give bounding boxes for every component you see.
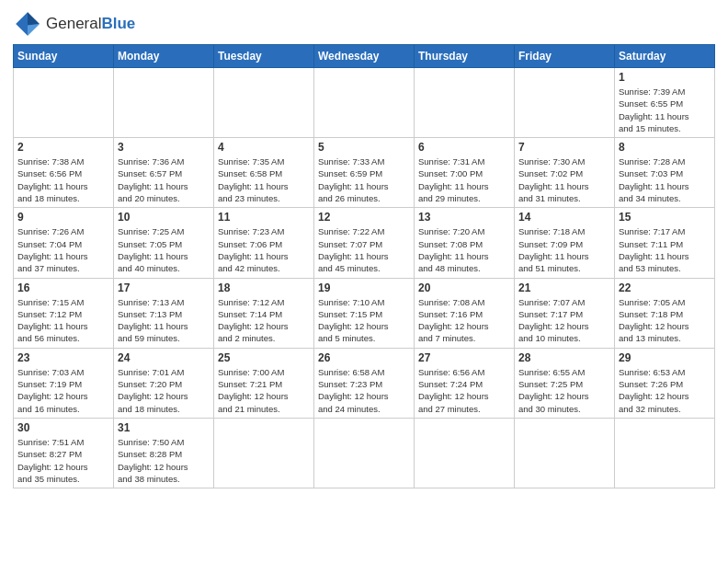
calendar-cell: 14Sunrise: 7:18 AM Sunset: 7:09 PM Dayli… xyxy=(515,208,615,278)
day-number: 20 xyxy=(418,282,510,294)
weekday-header-friday: Friday xyxy=(515,45,615,68)
day-number: 16 xyxy=(17,282,109,294)
calendar-cell: 30Sunrise: 7:51 AM Sunset: 8:27 PM Dayli… xyxy=(14,418,114,488)
header: GeneralBlue xyxy=(13,9,715,39)
day-number: 9 xyxy=(17,211,109,224)
logo-icon xyxy=(13,9,42,39)
day-number: 31 xyxy=(118,421,210,434)
day-number: 28 xyxy=(518,351,610,364)
logo-text: GeneralBlue xyxy=(46,15,135,33)
calendar-cell: 26Sunrise: 6:58 AM Sunset: 7:23 PM Dayli… xyxy=(314,348,415,418)
calendar-cell: 18Sunrise: 7:12 AM Sunset: 7:14 PM Dayli… xyxy=(214,278,314,348)
calendar-cell: 3Sunrise: 7:36 AM Sunset: 6:57 PM Daylig… xyxy=(114,138,214,208)
calendar-cell xyxy=(615,418,715,488)
calendar-week-row: 16Sunrise: 7:15 AM Sunset: 7:12 PM Dayli… xyxy=(14,278,715,348)
weekday-header-thursday: Thursday xyxy=(415,45,515,68)
calendar-cell: 28Sunrise: 6:55 AM Sunset: 7:25 PM Dayli… xyxy=(515,348,615,418)
day-info: Sunrise: 7:33 AM Sunset: 6:59 PM Dayligh… xyxy=(318,155,410,204)
day-info: Sunrise: 7:07 AM Sunset: 7:17 PM Dayligh… xyxy=(518,296,610,345)
day-number: 3 xyxy=(118,141,210,154)
calendar-cell: 6Sunrise: 7:31 AM Sunset: 7:00 PM Daylig… xyxy=(415,138,515,208)
day-number: 14 xyxy=(518,211,610,224)
day-info: Sunrise: 7:26 AM Sunset: 7:04 PM Dayligh… xyxy=(17,225,109,274)
calendar-cell xyxy=(515,418,615,488)
calendar-cell: 9Sunrise: 7:26 AM Sunset: 7:04 PM Daylig… xyxy=(14,208,114,278)
calendar-cell: 16Sunrise: 7:15 AM Sunset: 7:12 PM Dayli… xyxy=(14,278,114,348)
day-info: Sunrise: 7:01 AM Sunset: 7:20 PM Dayligh… xyxy=(118,366,210,415)
day-info: Sunrise: 7:00 AM Sunset: 7:21 PM Dayligh… xyxy=(218,366,310,415)
calendar-cell xyxy=(14,68,114,138)
day-number: 21 xyxy=(518,282,610,294)
calendar-cell xyxy=(415,68,515,138)
day-info: Sunrise: 6:53 AM Sunset: 7:26 PM Dayligh… xyxy=(619,366,711,415)
calendar-cell: 25Sunrise: 7:00 AM Sunset: 7:21 PM Dayli… xyxy=(214,348,314,418)
day-number: 11 xyxy=(218,211,310,224)
calendar-cell: 22Sunrise: 7:05 AM Sunset: 7:18 PM Dayli… xyxy=(615,278,715,348)
calendar-cell: 27Sunrise: 6:56 AM Sunset: 7:24 PM Dayli… xyxy=(415,348,515,418)
day-number: 10 xyxy=(118,211,210,224)
day-number: 23 xyxy=(17,351,109,364)
day-info: Sunrise: 7:08 AM Sunset: 7:16 PM Dayligh… xyxy=(418,296,510,345)
day-info: Sunrise: 7:51 AM Sunset: 8:27 PM Dayligh… xyxy=(17,436,109,485)
svg-marker-1 xyxy=(28,12,40,25)
logo: GeneralBlue xyxy=(13,9,135,39)
svg-marker-2 xyxy=(28,24,40,36)
day-number: 5 xyxy=(318,141,410,154)
day-number: 26 xyxy=(318,351,410,364)
calendar-cell: 19Sunrise: 7:10 AM Sunset: 7:15 PM Dayli… xyxy=(314,278,415,348)
day-info: Sunrise: 6:55 AM Sunset: 7:25 PM Dayligh… xyxy=(518,366,610,415)
day-info: Sunrise: 7:22 AM Sunset: 7:07 PM Dayligh… xyxy=(318,225,410,274)
day-number: 19 xyxy=(318,282,410,294)
calendar-cell: 5Sunrise: 7:33 AM Sunset: 6:59 PM Daylig… xyxy=(314,138,415,208)
calendar-cell: 1Sunrise: 7:39 AM Sunset: 6:55 PM Daylig… xyxy=(615,68,715,138)
calendar-cell: 11Sunrise: 7:23 AM Sunset: 7:06 PM Dayli… xyxy=(214,208,314,278)
day-number: 17 xyxy=(118,282,210,294)
day-info: Sunrise: 7:13 AM Sunset: 7:13 PM Dayligh… xyxy=(118,296,210,345)
day-info: Sunrise: 7:23 AM Sunset: 7:06 PM Dayligh… xyxy=(218,225,310,274)
calendar-cell xyxy=(515,68,615,138)
calendar-cell: 31Sunrise: 7:50 AM Sunset: 8:28 PM Dayli… xyxy=(114,418,214,488)
day-info: Sunrise: 7:05 AM Sunset: 7:18 PM Dayligh… xyxy=(619,296,711,345)
weekday-header-wednesday: Wednesday xyxy=(314,45,415,68)
day-number: 24 xyxy=(118,351,210,364)
weekday-header-row: SundayMondayTuesdayWednesdayThursdayFrid… xyxy=(14,45,715,68)
calendar-cell xyxy=(114,68,214,138)
calendar-cell: 24Sunrise: 7:01 AM Sunset: 7:20 PM Dayli… xyxy=(114,348,214,418)
calendar-cell: 21Sunrise: 7:07 AM Sunset: 7:17 PM Dayli… xyxy=(515,278,615,348)
day-number: 12 xyxy=(318,211,410,224)
calendar-table: SundayMondayTuesdayWednesdayThursdayFrid… xyxy=(13,44,715,488)
day-number: 2 xyxy=(17,141,109,154)
day-info: Sunrise: 7:31 AM Sunset: 7:00 PM Dayligh… xyxy=(418,155,510,204)
calendar-week-row: 23Sunrise: 7:03 AM Sunset: 7:19 PM Dayli… xyxy=(14,348,715,418)
calendar-cell: 10Sunrise: 7:25 AM Sunset: 7:05 PM Dayli… xyxy=(114,208,214,278)
day-info: Sunrise: 7:17 AM Sunset: 7:11 PM Dayligh… xyxy=(619,225,711,274)
weekday-header-tuesday: Tuesday xyxy=(214,45,314,68)
day-info: Sunrise: 6:56 AM Sunset: 7:24 PM Dayligh… xyxy=(418,366,510,415)
calendar-cell: 29Sunrise: 6:53 AM Sunset: 7:26 PM Dayli… xyxy=(615,348,715,418)
day-number: 4 xyxy=(218,141,310,154)
calendar-cell: 4Sunrise: 7:35 AM Sunset: 6:58 PM Daylig… xyxy=(214,138,314,208)
day-number: 1 xyxy=(619,71,711,84)
page: GeneralBlue SundayMondayTuesdayWednesday… xyxy=(0,0,728,563)
calendar-cell: 8Sunrise: 7:28 AM Sunset: 7:03 PM Daylig… xyxy=(615,138,715,208)
calendar-cell: 13Sunrise: 7:20 AM Sunset: 7:08 PM Dayli… xyxy=(415,208,515,278)
day-info: Sunrise: 7:35 AM Sunset: 6:58 PM Dayligh… xyxy=(218,155,310,204)
calendar-cell xyxy=(415,418,515,488)
weekday-header-sunday: Sunday xyxy=(14,45,114,68)
calendar-week-row: 2Sunrise: 7:38 AM Sunset: 6:56 PM Daylig… xyxy=(14,138,715,208)
day-number: 15 xyxy=(619,211,711,224)
day-info: Sunrise: 7:50 AM Sunset: 8:28 PM Dayligh… xyxy=(118,436,210,485)
calendar-cell xyxy=(214,418,314,488)
day-info: Sunrise: 7:25 AM Sunset: 7:05 PM Dayligh… xyxy=(118,225,210,274)
day-info: Sunrise: 7:20 AM Sunset: 7:08 PM Dayligh… xyxy=(418,225,510,274)
calendar-cell: 20Sunrise: 7:08 AM Sunset: 7:16 PM Dayli… xyxy=(415,278,515,348)
weekday-header-monday: Monday xyxy=(114,45,214,68)
day-info: Sunrise: 7:18 AM Sunset: 7:09 PM Dayligh… xyxy=(518,225,610,274)
calendar-week-row: 1Sunrise: 7:39 AM Sunset: 6:55 PM Daylig… xyxy=(14,68,715,138)
calendar-week-row: 9Sunrise: 7:26 AM Sunset: 7:04 PM Daylig… xyxy=(14,208,715,278)
day-info: Sunrise: 7:12 AM Sunset: 7:14 PM Dayligh… xyxy=(218,296,310,345)
day-info: Sunrise: 7:30 AM Sunset: 7:02 PM Dayligh… xyxy=(518,155,610,204)
day-info: Sunrise: 7:03 AM Sunset: 7:19 PM Dayligh… xyxy=(17,366,109,415)
day-info: Sunrise: 7:28 AM Sunset: 7:03 PM Dayligh… xyxy=(619,155,711,204)
calendar-cell: 7Sunrise: 7:30 AM Sunset: 7:02 PM Daylig… xyxy=(515,138,615,208)
